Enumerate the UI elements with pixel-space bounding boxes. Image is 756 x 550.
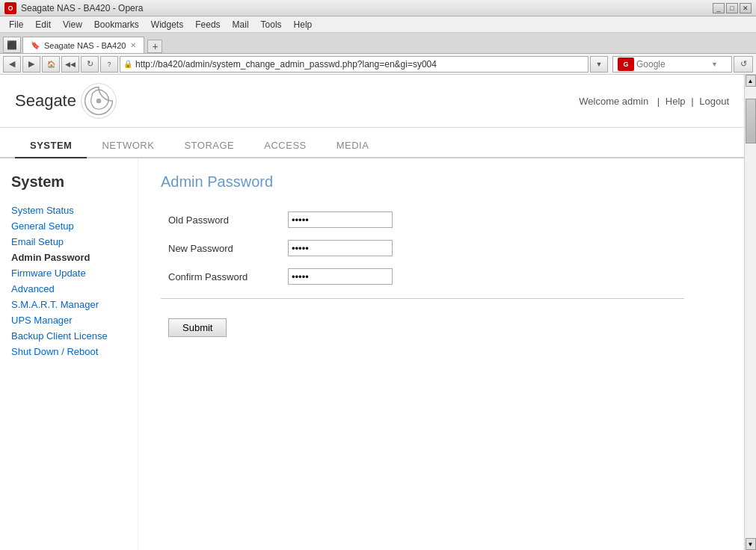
svg-point-1 [96,99,102,104]
search-input[interactable] [636,59,711,69]
old-password-input[interactable] [288,211,393,228]
nav-reload-button[interactable]: ↻ [81,56,99,72]
old-password-label: Old Password [161,206,280,234]
tab-close-button[interactable]: ✕ [130,41,136,49]
header-sep1: | [657,96,663,107]
menu-feeds[interactable]: Feeds [189,18,226,31]
window-controls: _ □ ✕ [713,3,752,13]
tab-access[interactable]: ACCESS [249,134,321,157]
address-input[interactable] [135,59,585,69]
nav-stop-button[interactable]: ? [100,56,118,72]
tab-icon: 🔖 [31,41,40,49]
tab-back-btn[interactable]: ⬛ [3,37,21,53]
maximize-button[interactable]: □ [726,3,738,13]
confirm-password-input[interactable] [288,268,393,285]
scrollbar-down-button[interactable]: ▼ [746,538,756,550]
tab-network[interactable]: NETWORK [87,134,169,157]
sidebar-item-ups-manager[interactable]: UPS Manager [7,312,130,328]
menu-help[interactable]: Help [288,18,319,31]
sidebar-item-email-setup[interactable]: Email Setup [7,234,130,250]
nav-forward-button[interactable]: ▶ [22,56,40,72]
menu-mail[interactable]: Mail [227,18,255,31]
menu-file[interactable]: File [3,18,29,31]
sidebar-item-general-setup[interactable]: General Setup [7,218,130,234]
menu-view[interactable]: View [57,18,88,31]
logo-text: Seagate [15,91,76,111]
browser-title: Seagate NAS - BA420 - Opera [21,3,143,13]
menu-widgets[interactable]: Widgets [145,18,189,31]
menu-tools[interactable]: Tools [255,18,288,31]
form-table: Old Password New Password Confirm Passwo… [161,206,722,291]
nav-fastback-button[interactable]: ◀◀ [61,56,79,72]
sidebar-item-advanced[interactable]: Advanced [7,281,130,297]
menu-edit[interactable]: Edit [29,18,57,31]
logout-link[interactable]: Logout [699,96,729,107]
scrollbar-thumb[interactable] [746,99,756,143]
minimize-button[interactable]: _ [713,3,725,13]
sidebar-title: System [7,173,130,191]
tab-storage[interactable]: STORAGE [169,134,249,157]
scrollbar: ▲ ▼ [744,75,756,550]
logo-icon [80,82,117,120]
new-password-row: New Password [161,234,722,262]
old-password-row: Old Password [161,206,722,234]
sidebar-item-admin-password[interactable]: Admin Password [7,250,130,265]
confirm-password-row: Confirm Password [161,262,722,291]
nav-back-button[interactable]: ◀ [3,56,21,72]
confirm-password-label: Confirm Password [161,262,280,291]
opera-menu-button[interactable]: ↺ [734,56,753,72]
sidebar-item-backup-client-license[interactable]: Backup Client License [7,328,130,344]
tab-label: Seagate NAS - BA420 [44,41,126,50]
browser-tabbar: ⬛ 🔖 Seagate NAS - BA420 ✕ + [0,33,756,54]
nav-home-button[interactable]: 🏠 [42,56,60,72]
scrollbar-up-button[interactable]: ▲ [746,75,756,87]
browser-icon: O [4,2,16,14]
menu-bookmarks[interactable]: Bookmarks [88,18,145,31]
sidebar-item-shut-down-reboot[interactable]: Shut Down / Reboot [7,344,130,359]
tab-system[interactable]: SYSTEM [15,134,87,158]
header-sep2: | [691,96,696,107]
panel-title: Admin Password [161,173,722,191]
new-password-label: New Password [161,234,280,262]
page-header: Seagate Welcome admin | Help | Logout [0,75,744,128]
welcome-text: Welcome admin [579,96,648,107]
tab-media[interactable]: MEDIA [322,134,384,157]
help-link[interactable]: Help [666,96,686,107]
browser-tab-active[interactable]: 🔖 Seagate NAS - BA420 ✕ [22,37,144,53]
form-divider [161,298,684,299]
main-panel: Admin Password Old Password New Password [138,158,744,550]
sidebar-item-smart-manager[interactable]: S.M.A.R.T. Manager [7,297,130,312]
search-bar[interactable]: G ▼ [612,56,732,72]
close-button[interactable]: ✕ [740,3,752,13]
sidebar: System System Status General Setup Email… [0,158,138,550]
browser-titlebar: O Seagate NAS - BA420 - Opera _ □ ✕ [0,0,756,16]
sidebar-item-firmware-update[interactable]: Firmware Update [7,265,130,281]
new-tab-button[interactable]: + [147,40,162,53]
browser-menubar: File Edit View Bookmarks Widgets Feeds M… [0,16,756,33]
header-links: Welcome admin | Help | Logout [576,96,729,107]
address-bar-icon: 🔒 [123,60,132,68]
nav-tabs: SYSTEM NETWORK STORAGE ACCESS MEDIA [0,128,744,158]
google-search-icon: G [618,58,634,71]
browser-toolbar: ◀ ▶ 🏠 ◀◀ ↻ ? 🔒 ▼ G ▼ ↺ [0,54,756,75]
main-outer: Seagate Welcome admin | Help | Logout [0,75,756,550]
seagate-logo: Seagate [15,82,117,120]
address-bar[interactable]: 🔒 [120,56,588,72]
new-password-input[interactable] [288,240,393,256]
search-dropdown-icon[interactable]: ▼ [711,61,718,68]
address-go-button[interactable]: ▼ [590,56,608,72]
page-content: Seagate Welcome admin | Help | Logout [0,75,744,550]
submit-button[interactable]: Submit [168,318,227,337]
sidebar-item-system-status[interactable]: System Status [7,203,130,218]
submit-area: Submit [161,306,722,343]
content-area: System System Status General Setup Email… [0,158,744,550]
